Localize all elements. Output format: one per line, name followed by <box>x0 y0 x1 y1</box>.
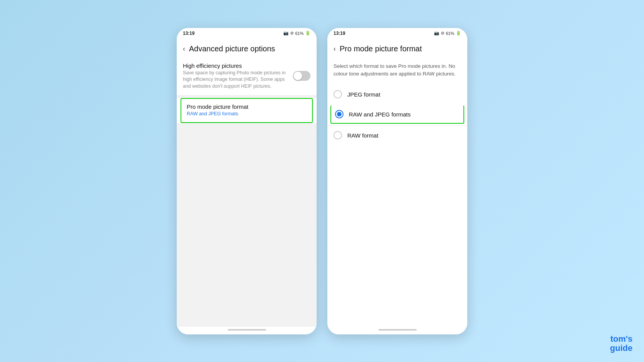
status-time-right: 13:19 <box>334 31 345 36</box>
phone-icon-left: 📷 <box>283 31 289 36</box>
radio-item-jpeg[interactable]: JPEG format <box>327 85 467 104</box>
item-text-high-efficiency: High efficiency pictures Save space by c… <box>183 62 293 90</box>
settings-item-high-efficiency[interactable]: High efficiency pictures Save space by c… <box>177 57 317 95</box>
toms-guide-watermark: tom's guide <box>610 334 632 353</box>
settings-item-pro-mode[interactable]: Pro mode picture format RAW and JPEG for… <box>181 98 313 123</box>
back-button-left[interactable]: ‹ <box>183 45 185 52</box>
bottom-bar-left <box>177 327 317 334</box>
status-icons-right: 📷 ⊘ 61% 🔋 <box>434 31 461 36</box>
phone-right: 13:19 📷 ⊘ 61% 🔋 ‹ Pro mode picture forma… <box>327 28 467 334</box>
status-icons-left: 📷 ⊘ 61% 🔋 <box>283 31 310 36</box>
status-time-left: 13:19 <box>183 31 195 36</box>
item-text-pro-mode: Pro mode picture format RAW and JPEG for… <box>187 103 307 118</box>
signal-icon-right: ⊘ <box>441 31 444 36</box>
radio-item-raw-jpeg[interactable]: RAW and JPEG formats <box>330 105 464 124</box>
status-bar-left: 13:19 📷 ⊘ 61% 🔋 <box>177 28 317 39</box>
battery-text-right: 61% <box>446 31 454 36</box>
bottom-indicator-right <box>378 329 417 331</box>
screen-title-left: Advanced picture options <box>189 44 275 53</box>
radio-label-jpeg: JPEG format <box>347 91 380 98</box>
bottom-bar-right <box>327 327 467 334</box>
phones-container: 13:19 📷 ⊘ 61% 🔋 ‹ Advanced picture optio… <box>177 28 467 334</box>
watermark-line2: guide <box>610 344 632 353</box>
battery-icon-right: 🔋 <box>456 31 461 36</box>
back-button-right[interactable]: ‹ <box>334 45 336 52</box>
battery-text-left: 61% <box>295 31 304 36</box>
signal-icon-left: ⊘ <box>290 31 294 36</box>
screen-content-right: ‹ Pro mode picture format Select which f… <box>327 39 467 327</box>
radio-list-right: JPEG format RAW and JPEG formats RAW for… <box>327 85 467 145</box>
screen-header-left: ‹ Advanced picture options <box>177 39 317 57</box>
settings-list-left: High efficiency pictures Save space by c… <box>177 57 317 327</box>
bottom-indicator-left <box>228 329 266 331</box>
screen-title-right: Pro mode picture format <box>340 44 422 53</box>
radio-label-raw: RAW format <box>347 132 378 139</box>
radio-circle-raw <box>334 131 342 139</box>
item-subtitle-high-efficiency: Save space by capturing Photo mode pictu… <box>183 70 293 90</box>
radio-circle-jpeg <box>334 90 342 98</box>
battery-icon-left: 🔋 <box>305 31 310 36</box>
watermark-line1: tom's <box>610 334 632 344</box>
screen-content-left: ‹ Advanced picture options High efficien… <box>177 39 317 327</box>
settings-section-2: Pro mode picture format RAW and JPEG for… <box>177 98 317 123</box>
radio-label-raw-jpeg: RAW and JPEG formats <box>349 111 411 118</box>
settings-section-1: High efficiency pictures Save space by c… <box>177 57 317 95</box>
radio-item-raw[interactable]: RAW format <box>327 125 467 145</box>
phone-icon-right: 📷 <box>434 31 439 36</box>
toggle-high-efficiency[interactable] <box>293 71 310 81</box>
description-text-right: Select which format to save Pro mode pic… <box>327 57 467 84</box>
item-title-pro-mode: Pro mode picture format <box>187 103 307 110</box>
radio-circle-raw-jpeg <box>335 110 343 118</box>
status-bar-right: 13:19 📷 ⊘ 61% 🔋 <box>327 28 467 39</box>
item-title-high-efficiency: High efficiency pictures <box>183 62 293 69</box>
screen-header-right: ‹ Pro mode picture format <box>327 39 467 57</box>
phone-left: 13:19 📷 ⊘ 61% 🔋 ‹ Advanced picture optio… <box>177 28 317 334</box>
item-subtitle-pro-mode: RAW and JPEG formats <box>187 111 307 118</box>
